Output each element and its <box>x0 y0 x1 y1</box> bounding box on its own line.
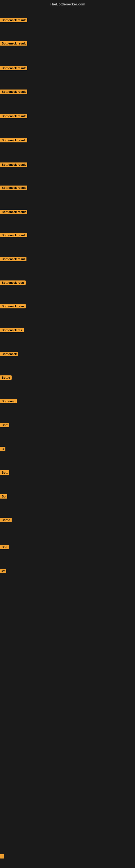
badge-label: Bottleneck result <box>0 186 27 190</box>
badge-label: Bottleneck res <box>0 328 24 332</box>
bottleneck-badge: Bottleneck resu <box>0 304 26 308</box>
badge-label: B <box>0 447 5 451</box>
bottleneck-badge: Bottleneck result <box>0 162 27 167</box>
bottleneck-badge: Bottleneck result <box>0 113 27 118</box>
bottleneck-badge: Bottleneck resu <box>0 280 26 285</box>
badge-label: Bo <box>0 494 7 499</box>
bottleneck-badge: Bottleneck result <box>0 65 27 70</box>
bottleneck-badge: Bott <box>0 422 9 427</box>
bottleneck-badge: Bottleneck result <box>0 41 27 45</box>
cursor-indicator: | <box>0 854 1 858</box>
bottleneck-badge: B <box>0 446 5 451</box>
bottleneck-badge: Bott <box>0 470 9 475</box>
badge-label: Bottleneck result <box>0 66 27 70</box>
badge-label: Bottleneck result <box>0 18 27 22</box>
badge-label: Bolt <box>0 545 9 549</box>
badge-label: Bott <box>0 423 9 427</box>
badge-label: Bottleneck result <box>0 162 27 167</box>
badge-label: Bottleneck result <box>0 41 27 45</box>
bottleneck-badge: Bottlenec <box>0 399 17 403</box>
badge-label: Bott <box>0 470 9 475</box>
bottleneck-badge: Bo <box>0 494 7 499</box>
bottleneck-badge: Bolt <box>0 545 9 549</box>
badge-label: Bottleneck result <box>0 114 27 118</box>
bottleneck-badge: Bottleneck result <box>0 89 27 94</box>
bottleneck-badge: Bottleneck <box>0 351 18 356</box>
badge-label: Bottleneck resul <box>0 257 27 261</box>
badge-label: Bottleneck result <box>0 210 27 214</box>
bottleneck-badge: Bottleneck result <box>0 185 27 190</box>
badge-label: Bottleneck result <box>0 233 27 237</box>
badge-label: Bottleneck result <box>0 138 27 143</box>
badge-label: Bottleneck resu <box>0 304 26 308</box>
bottleneck-badge: Bottleneck resul <box>0 256 27 261</box>
site-title: TheBottlenecker.com <box>50 2 85 6</box>
bottleneck-badge: Bottleneck result <box>0 232 27 237</box>
bottleneck-badge: Bottleneck res <box>0 328 24 332</box>
bottleneck-badge: Bottleneck result <box>0 209 27 214</box>
bottleneck-badge: Bottle <box>0 517 12 522</box>
badge-label: Bottle <box>0 375 12 380</box>
bottleneck-badge-tiny: Bot <box>0 568 6 573</box>
site-header: TheBottlenecker.com <box>0 0 135 7</box>
badge-label: Bottleneck <box>0 352 18 356</box>
bottleneck-badge: Bottleneck result <box>0 137 27 143</box>
badge-label: Bottle <box>0 518 12 522</box>
bottleneck-badge: Bottleneck result <box>0 18 27 22</box>
badge-label: Bottlenec <box>0 399 17 403</box>
bottleneck-badge: Bottle <box>0 375 12 380</box>
badge-label: Bottleneck resu <box>0 280 26 285</box>
badge-label: Bottleneck result <box>0 90 27 94</box>
